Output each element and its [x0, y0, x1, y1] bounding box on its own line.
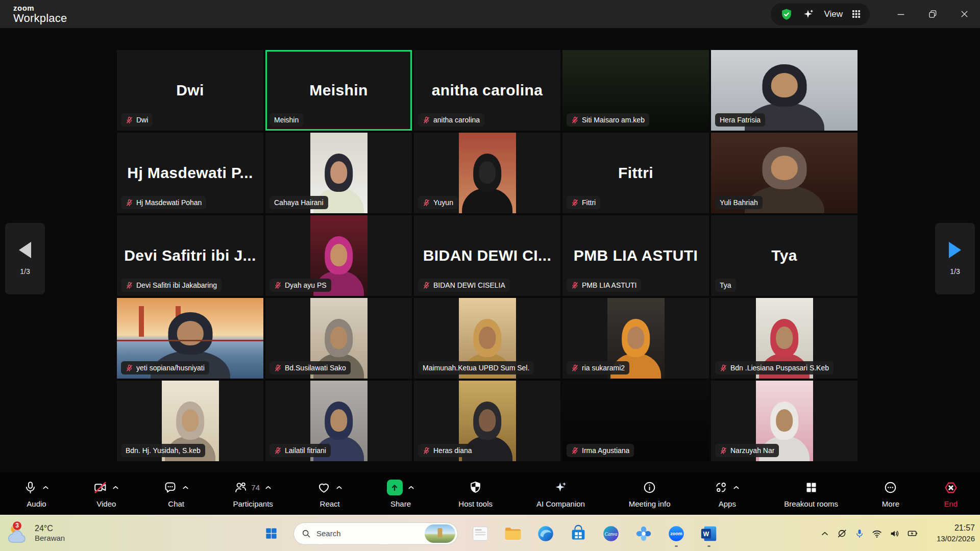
zoom-app-icon[interactable]: zoom: [665, 519, 688, 548]
file-explorer-icon[interactable]: [502, 519, 524, 548]
apps-icon: [714, 481, 728, 494]
taskbar-clock[interactable]: 21:57 13/02/2026: [937, 515, 975, 551]
ai-companion-sparkle-icon[interactable]: [802, 8, 815, 20]
participant-nameplate: Hera Fatrisia: [715, 113, 765, 127]
participant-name-label: Dyah ayu PS: [285, 281, 327, 289]
next-page-arrow-icon: [949, 242, 961, 258]
canva-app-icon[interactable]: Canva: [600, 519, 622, 548]
participant-tile-irma-agustiana[interactable]: Irma Agustiana: [562, 381, 709, 461]
participant-name-label: yeti sopiana/husniyati: [136, 364, 205, 372]
wifi-icon[interactable]: [871, 528, 883, 539]
participant-tile-narzuyah-nar[interactable]: Narzuyah Nar: [711, 381, 857, 461]
weather-cloud-sun-icon: 3: [6, 522, 31, 545]
participant-tile-maimunah-ketua-upbd-sum-sel[interactable]: Maimunah.Ketua UPBD Sum Sel.: [414, 298, 560, 379]
participant-tile-yeti-sopiana-husniyati[interactable]: yeti sopiana/husniyati: [117, 298, 263, 379]
participants-icon: [234, 481, 248, 494]
search-box[interactable]: Search: [293, 522, 458, 545]
participant-tile-meishin[interactable]: MeishinMeishin: [265, 50, 412, 131]
taskbar-weather-widget[interactable]: 3 24°C Berawan: [6, 515, 65, 551]
toolbar-ai-companion-button[interactable]: AI Companion: [536, 480, 585, 508]
participant-tile-bdn-hj-yusidah-s-keb[interactable]: Bdn. Hj. Yusidah, S.keb: [117, 381, 263, 461]
next-page-button[interactable]: 1/3: [935, 223, 975, 294]
participant-tile-ria-sukarami2[interactable]: ria sukarami2: [562, 298, 709, 379]
participant-name-label: PMB LIA ASTUTI: [582, 281, 636, 289]
minimize-button[interactable]: [885, 0, 917, 28]
microsoft-store-icon[interactable]: [567, 519, 590, 548]
toolbar-host-tools-button[interactable]: Host tools: [458, 480, 493, 508]
participant-tile-hera-fatrisia[interactable]: Hera Fatrisia: [711, 50, 857, 131]
edge-browser-icon[interactable]: [534, 519, 557, 548]
participant-nameplate: Hj Masdewati Pohan: [121, 196, 206, 209]
close-button[interactable]: [948, 0, 980, 28]
restore-button[interactable]: [917, 0, 948, 28]
camera-privacy-icon[interactable]: [837, 528, 848, 539]
running-app-indicator: [707, 545, 710, 547]
participant-name-label: Bdn. Hj. Yusidah, S.keb: [126, 446, 201, 455]
chevron-up-icon[interactable]: [335, 484, 343, 491]
participant-tile-fittri[interactable]: FittriFittri: [562, 133, 709, 213]
participant-tile-dyah-ayu-ps[interactable]: Dyah ayu PS: [265, 215, 412, 296]
toolbar-participants-button[interactable]: 74Participants: [233, 480, 273, 508]
mic-blue-icon[interactable]: [854, 529, 865, 539]
toolbar-audio-button[interactable]: Audio: [23, 480, 50, 508]
chevron-up-icon[interactable]: [820, 529, 830, 539]
toolbar-apps-button[interactable]: Apps: [714, 480, 740, 508]
chevron-up-icon[interactable]: [407, 484, 415, 491]
muted-mic-icon: [720, 447, 727, 455]
participant-tile-yuyun[interactable]: Yuyun: [414, 133, 560, 213]
word-app-icon[interactable]: W: [698, 519, 720, 548]
muted-mic-icon: [126, 199, 133, 207]
heart-icon: [317, 481, 331, 494]
toolbar-share-button[interactable]: Share: [387, 480, 415, 508]
participant-tile-pmb-lia-astuti[interactable]: PMB LIA ASTUTIPMB LIA ASTUTI: [562, 215, 709, 296]
chevron-up-icon[interactable]: [42, 484, 50, 491]
volume-icon[interactable]: [889, 528, 900, 539]
view-grid-icon[interactable]: [852, 10, 861, 18]
toolbar-chat-button[interactable]: Chat: [163, 480, 189, 508]
start-button[interactable]: [260, 522, 282, 545]
participant-name-label: ria sukarami2: [582, 364, 625, 372]
chevron-up-icon[interactable]: [182, 484, 189, 491]
toolbar-breakout-rooms-button[interactable]: Breakout rooms: [784, 480, 838, 508]
participant-tile-dwi[interactable]: DwiDwi: [117, 50, 263, 131]
participant-tile-siti-maisaro-am-keb[interactable]: Siti Maisaro am.keb: [562, 50, 709, 131]
chevron-up-icon[interactable]: [732, 484, 740, 491]
muted-mic-icon: [274, 282, 282, 289]
participant-tile-hj-masdewati-pohan[interactable]: Hj Masdewati P...Hj Masdewati Pohan: [117, 133, 263, 213]
toolbar-video-button[interactable]: Video: [93, 480, 119, 508]
toolbar-label: End: [944, 499, 958, 508]
view-button-label[interactable]: View: [824, 9, 843, 19]
participant-nameplate: Maimunah.Ketua UPBD Sum Sel.: [418, 361, 534, 374]
participant-tile-anitha-carolina[interactable]: anitha carolinaanitha carolina: [414, 50, 560, 131]
meeting-stage: DwiDwiMeishinMeishinanitha carolinaanith…: [0, 28, 980, 472]
participant-name-label: Lailatil fitriani: [285, 446, 326, 455]
participant-tile-tya[interactable]: TyaTya: [711, 215, 857, 296]
info-icon: [643, 481, 656, 494]
toolbar-label: More: [882, 499, 899, 508]
previous-page-button[interactable]: 1/3: [5, 223, 45, 294]
photos-app-icon[interactable]: [632, 519, 655, 548]
security-shield-check-icon[interactable]: [780, 8, 793, 21]
chevron-up-icon[interactable]: [112, 484, 119, 491]
document-window-app-icon[interactable]: [469, 519, 492, 548]
participant-tile-yuli-bahriah[interactable]: Yuli Bahriah: [711, 133, 857, 213]
toolbar-label: Participants: [233, 499, 273, 508]
participant-tile-devi-safitri-ibi-jakabaring[interactable]: Devi Safitri ibi J...Devi Safitri ibi Ja…: [117, 215, 263, 296]
toolbar-meeting-info-button[interactable]: Meeting info: [629, 480, 671, 508]
participant-video-portrait: [459, 133, 516, 213]
participant-tile-heras-diana[interactable]: Heras diana: [414, 381, 560, 461]
toolbar-more-button[interactable]: More: [882, 480, 899, 508]
chevron-up-icon[interactable]: [264, 484, 272, 491]
participant-name-label: anitha carolina: [433, 116, 480, 124]
participant-tile-cahaya-hairani[interactable]: Cahaya Hairani: [265, 133, 412, 213]
battery-charging-icon[interactable]: [907, 528, 919, 539]
muted-mic-icon: [571, 282, 579, 289]
participant-tile-lailatil-fitriani[interactable]: Lailatil fitriani: [265, 381, 412, 461]
participant-tile-bidan-dewi-ciselia[interactable]: BIDAN DEWI CI...BIDAN DEWI CISELIA: [414, 215, 560, 296]
participant-tile-bdn-liesiana-puspasari-s-keb[interactable]: Bdn .Liesiana Puspasari S.Keb: [711, 298, 857, 379]
participant-tile-bd-susilawati-sako[interactable]: Bd.Susilawati Sako: [265, 298, 412, 379]
toolbar-end-button[interactable]: End: [943, 480, 959, 508]
participant-name-label: Dwi: [136, 116, 148, 124]
muted-mic-icon: [571, 364, 579, 372]
toolbar-react-button[interactable]: React: [317, 480, 343, 508]
